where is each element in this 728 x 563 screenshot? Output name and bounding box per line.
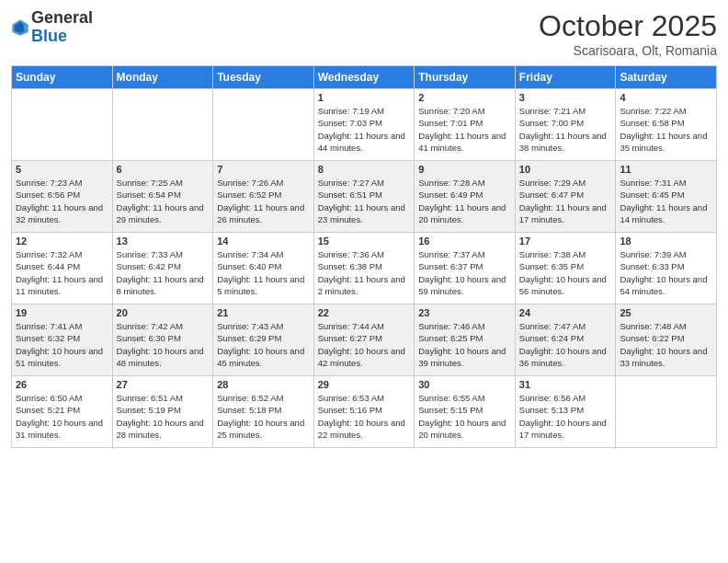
calendar-cell: 10Sunrise: 7:29 AMSunset: 6:47 PMDayligh… <box>515 161 616 233</box>
day-info: Sunrise: 7:21 AMSunset: 7:00 PMDaylight:… <box>519 105 612 154</box>
calendar-cell: 20Sunrise: 7:42 AMSunset: 6:30 PMDayligh… <box>112 304 213 376</box>
day-info: Sunrise: 7:33 AMSunset: 6:42 PMDaylight:… <box>117 248 210 297</box>
logo-text: General Blue <box>31 9 93 46</box>
logo-blue: Blue <box>31 28 93 46</box>
month-title: October 2025 <box>539 9 717 43</box>
header-row: Sunday Monday Tuesday Wednesday Thursday… <box>12 66 717 89</box>
day-info: Sunrise: 7:32 AMSunset: 6:44 PMDaylight:… <box>16 248 108 297</box>
day-info: Sunrise: 7:46 AMSunset: 6:25 PMDaylight:… <box>418 320 511 369</box>
calendar-cell: 3Sunrise: 7:21 AMSunset: 7:00 PMDaylight… <box>515 89 616 161</box>
day-number: 28 <box>217 379 310 390</box>
calendar-cell: 27Sunrise: 6:51 AMSunset: 5:19 PMDayligh… <box>112 376 213 448</box>
calendar-cell: 14Sunrise: 7:34 AMSunset: 6:40 PMDayligh… <box>213 233 314 304</box>
day-info: Sunrise: 6:55 AMSunset: 5:15 PMDaylight:… <box>418 392 511 441</box>
calendar-cell: 21Sunrise: 7:43 AMSunset: 6:29 PMDayligh… <box>213 304 314 376</box>
day-number: 8 <box>318 164 411 175</box>
day-info: Sunrise: 6:52 AMSunset: 5:18 PMDaylight:… <box>217 392 310 441</box>
col-wednesday: Wednesday <box>313 66 415 89</box>
day-number: 24 <box>519 307 612 318</box>
day-info: Sunrise: 7:26 AMSunset: 6:52 PMDaylight:… <box>217 177 310 225</box>
col-monday: Monday <box>112 66 213 89</box>
day-number: 26 <box>16 379 108 390</box>
header: General Blue October 2025 Scarisoara, Ol… <box>11 9 717 58</box>
logo-general: General <box>31 9 93 28</box>
day-info: Sunrise: 7:48 AMSunset: 6:22 PMDaylight:… <box>620 320 712 369</box>
day-info: Sunrise: 7:19 AMSunset: 7:03 PMDaylight:… <box>318 105 411 154</box>
calendar-cell: 22Sunrise: 7:44 AMSunset: 6:27 PMDayligh… <box>313 304 415 376</box>
calendar-cell <box>12 89 113 161</box>
day-info: Sunrise: 7:42 AMSunset: 6:30 PMDaylight:… <box>117 320 210 369</box>
calendar-week-2: 5Sunrise: 7:23 AMSunset: 6:56 PMDaylight… <box>12 161 717 233</box>
calendar-cell: 12Sunrise: 7:32 AMSunset: 6:44 PMDayligh… <box>12 233 113 304</box>
day-number: 2 <box>418 92 511 103</box>
calendar-cell: 2Sunrise: 7:20 AMSunset: 7:01 PMDaylight… <box>415 89 516 161</box>
day-number: 11 <box>620 164 712 175</box>
col-friday: Friday <box>515 66 616 89</box>
day-number: 10 <box>519 164 612 175</box>
calendar-table: Sunday Monday Tuesday Wednesday Thursday… <box>11 65 717 448</box>
calendar-cell: 29Sunrise: 6:53 AMSunset: 5:16 PMDayligh… <box>313 376 415 448</box>
day-info: Sunrise: 7:31 AMSunset: 6:45 PMDaylight:… <box>620 177 712 225</box>
day-info: Sunrise: 7:20 AMSunset: 7:01 PMDaylight:… <box>418 105 511 154</box>
day-number: 4 <box>620 92 712 103</box>
calendar-cell <box>213 89 314 161</box>
calendar-cell: 23Sunrise: 7:46 AMSunset: 6:25 PMDayligh… <box>415 304 516 376</box>
day-info: Sunrise: 7:41 AMSunset: 6:32 PMDaylight:… <box>16 320 108 369</box>
logo: General Blue <box>11 9 93 46</box>
calendar-week-4: 19Sunrise: 7:41 AMSunset: 6:32 PMDayligh… <box>12 304 717 376</box>
day-number: 12 <box>16 236 108 247</box>
day-info: Sunrise: 7:47 AMSunset: 6:24 PMDaylight:… <box>519 320 612 369</box>
calendar-cell <box>112 89 213 161</box>
calendar-cell: 19Sunrise: 7:41 AMSunset: 6:32 PMDayligh… <box>12 304 113 376</box>
day-info: Sunrise: 6:51 AMSunset: 5:19 PMDaylight:… <box>117 392 210 441</box>
title-block: October 2025 Scarisoara, Olt, Romania <box>539 9 717 58</box>
calendar-cell: 26Sunrise: 6:50 AMSunset: 5:21 PMDayligh… <box>12 376 113 448</box>
day-number: 13 <box>117 236 210 247</box>
day-number: 27 <box>117 379 210 390</box>
day-info: Sunrise: 6:50 AMSunset: 5:21 PMDaylight:… <box>16 392 108 441</box>
day-info: Sunrise: 6:53 AMSunset: 5:16 PMDaylight:… <box>318 392 411 441</box>
calendar-cell: 17Sunrise: 7:38 AMSunset: 6:35 PMDayligh… <box>515 233 616 304</box>
day-info: Sunrise: 7:25 AMSunset: 6:54 PMDaylight:… <box>117 177 210 225</box>
day-info: Sunrise: 7:44 AMSunset: 6:27 PMDaylight:… <box>318 320 411 369</box>
col-saturday: Saturday <box>616 66 717 89</box>
day-number: 6 <box>117 164 210 175</box>
calendar-cell: 11Sunrise: 7:31 AMSunset: 6:45 PMDayligh… <box>616 161 717 233</box>
calendar-cell: 28Sunrise: 6:52 AMSunset: 5:18 PMDayligh… <box>213 376 314 448</box>
day-number: 21 <box>217 307 310 318</box>
calendar-cell: 16Sunrise: 7:37 AMSunset: 6:37 PMDayligh… <box>415 233 516 304</box>
calendar-week-1: 1Sunrise: 7:19 AMSunset: 7:03 PMDaylight… <box>12 89 717 161</box>
day-info: Sunrise: 7:36 AMSunset: 6:38 PMDaylight:… <box>318 248 411 297</box>
day-number: 17 <box>519 236 612 247</box>
day-info: Sunrise: 7:37 AMSunset: 6:37 PMDaylight:… <box>418 248 511 297</box>
day-number: 25 <box>620 307 712 318</box>
day-info: Sunrise: 7:27 AMSunset: 6:51 PMDaylight:… <box>318 177 411 225</box>
calendar-cell: 24Sunrise: 7:47 AMSunset: 6:24 PMDayligh… <box>515 304 616 376</box>
day-number: 20 <box>117 307 210 318</box>
calendar-week-3: 12Sunrise: 7:32 AMSunset: 6:44 PMDayligh… <box>12 233 717 304</box>
calendar-cell: 7Sunrise: 7:26 AMSunset: 6:52 PMDaylight… <box>213 161 314 233</box>
calendar-cell: 18Sunrise: 7:39 AMSunset: 6:33 PMDayligh… <box>616 233 717 304</box>
col-tuesday: Tuesday <box>213 66 314 89</box>
day-number: 5 <box>16 164 108 175</box>
day-number: 31 <box>519 379 612 390</box>
day-number: 3 <box>519 92 612 103</box>
day-number: 22 <box>318 307 411 318</box>
calendar-week-5: 26Sunrise: 6:50 AMSunset: 5:21 PMDayligh… <box>12 376 717 448</box>
col-thursday: Thursday <box>415 66 516 89</box>
day-info: Sunrise: 7:29 AMSunset: 6:47 PMDaylight:… <box>519 177 612 225</box>
calendar-cell: 15Sunrise: 7:36 AMSunset: 6:38 PMDayligh… <box>313 233 415 304</box>
calendar-cell: 1Sunrise: 7:19 AMSunset: 7:03 PMDaylight… <box>313 89 415 161</box>
logo-icon <box>11 18 29 37</box>
day-info: Sunrise: 6:56 AMSunset: 5:13 PMDaylight:… <box>519 392 612 441</box>
calendar-cell: 25Sunrise: 7:48 AMSunset: 6:22 PMDayligh… <box>616 304 717 376</box>
day-info: Sunrise: 7:23 AMSunset: 6:56 PMDaylight:… <box>16 177 108 225</box>
day-number: 18 <box>620 236 712 247</box>
day-number: 29 <box>318 379 411 390</box>
day-info: Sunrise: 7:38 AMSunset: 6:35 PMDaylight:… <box>519 248 612 297</box>
calendar-container: General Blue October 2025 Scarisoara, Ol… <box>0 0 728 563</box>
calendar-cell: 6Sunrise: 7:25 AMSunset: 6:54 PMDaylight… <box>112 161 213 233</box>
day-info: Sunrise: 7:39 AMSunset: 6:33 PMDaylight:… <box>620 248 712 297</box>
calendar-cell: 31Sunrise: 6:56 AMSunset: 5:13 PMDayligh… <box>515 376 616 448</box>
day-info: Sunrise: 7:22 AMSunset: 6:58 PMDaylight:… <box>620 105 712 154</box>
